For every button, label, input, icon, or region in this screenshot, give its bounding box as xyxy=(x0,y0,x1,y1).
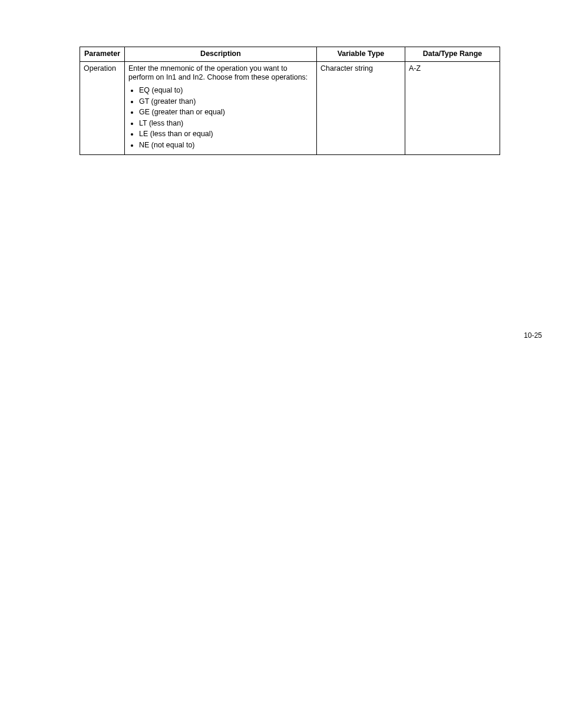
page-number: 10-25 xyxy=(524,331,542,340)
list-item: NE (not equal to) xyxy=(139,141,313,150)
cell-variable-type: Character string xyxy=(317,61,405,154)
cell-description: Enter the mnemonic of the operation you … xyxy=(125,61,317,154)
col-header-variable-type: Variable Type xyxy=(317,47,405,62)
col-header-range: Data/Type Range xyxy=(405,47,500,62)
page: Parameter Description Variable Type Data… xyxy=(0,0,562,728)
list-item: EQ (equal to) xyxy=(139,86,313,95)
parameter-table: Parameter Description Variable Type Data… xyxy=(80,47,500,155)
list-item: LT (less than) xyxy=(139,119,313,129)
list-item: GT (greater than) xyxy=(139,97,313,107)
table-header-row: Parameter Description Variable Type Data… xyxy=(80,47,500,62)
col-header-parameter: Parameter xyxy=(80,47,125,62)
description-intro: Enter the mnemonic of the operation you … xyxy=(128,64,308,82)
cell-parameter: Operation xyxy=(80,61,125,154)
operations-list: EQ (equal to) GT (greater than) GE (grea… xyxy=(128,86,313,150)
list-item: GE (greater than or equal) xyxy=(139,108,313,117)
list-item: LE (less than or equal) xyxy=(139,130,313,139)
cell-range: A-Z xyxy=(405,61,500,154)
col-header-description: Description xyxy=(125,47,317,62)
table-row: Operation Enter the mnemonic of the oper… xyxy=(80,61,500,154)
